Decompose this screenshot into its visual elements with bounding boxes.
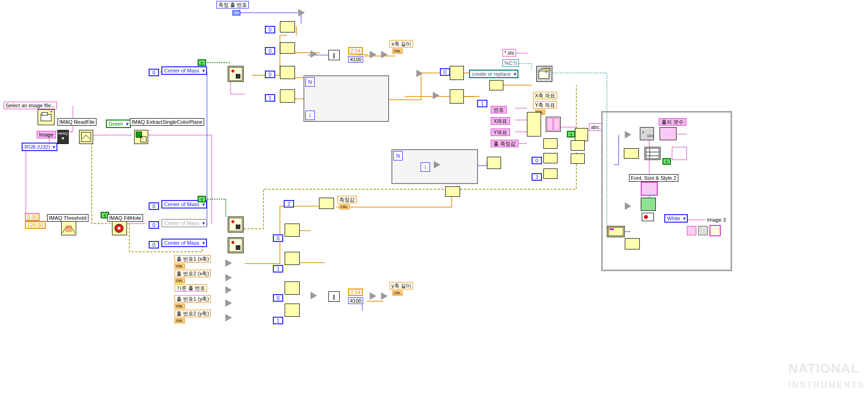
create-replace-dropdown[interactable]: create or replace (469, 71, 518, 77)
dec-hole2x-icon (225, 274, 232, 281)
svg-text:0: 0 (545, 70, 547, 73)
index-array-c (280, 66, 295, 79)
cluster-idx-mid1[interactable]: 0 (149, 202, 159, 210)
index-array-f2 (285, 252, 300, 265)
imaq-threshold-label: IMAQ Threshold (47, 214, 88, 222)
file-dialog-icon (38, 109, 55, 125)
svg-point-8 (118, 227, 120, 230)
imaq-readfile-label: IMAQ ReadFile (57, 118, 96, 126)
image3-indicator-icon (709, 225, 721, 236)
cluster-idx-bot[interactable]: 0 (149, 241, 159, 249)
hole-no1-x[interactable]: 홀 번호1 (x축)DBL (175, 256, 211, 269)
index-array-a (280, 21, 295, 32)
threshold-hi[interactable]: 128.00 (25, 222, 46, 228)
close-file-icon (625, 238, 640, 249)
property-node-icon (641, 198, 656, 211)
subtract-y-icon (311, 292, 317, 299)
scale-a-y: 2.54 (348, 289, 363, 295)
dec-hole1y-icon (225, 299, 232, 307)
imaq-readfile-icon (79, 130, 93, 144)
dec-hole1x-icon (225, 259, 232, 267)
true-const-frame: T (662, 158, 671, 165)
svg-rect-14 (236, 225, 240, 229)
true-const-mid: T (198, 196, 206, 202)
x-coord-indicator: X축 좌표 (533, 92, 557, 99)
imaq-extract-label: IMAQ ExtractSingleColorPlane (130, 118, 204, 126)
hole-no1-y[interactable]: 홀 번호1 (y축)DBL (175, 296, 211, 309)
green-plane-dropdown[interactable]: Green (106, 121, 131, 127)
hole-count-label: 홀의 갯수 (659, 119, 686, 126)
svg-rect-1 (42, 112, 48, 115)
svg-rect-17 (236, 245, 240, 250)
for-loop-mid-i: i (421, 162, 430, 172)
subtract-right-icon (416, 70, 423, 77)
threshold-low[interactable]: 0.00 (25, 214, 40, 220)
build-array-num (487, 157, 501, 169)
particle-analysis-mid-icon (228, 217, 244, 233)
index-array-d (280, 89, 295, 103)
svg-rect-21 (554, 118, 559, 130)
abc-out1-icon (687, 226, 696, 235)
font-style-label: Font, Size & Style 2 (629, 174, 678, 182)
center-of-mass-gray[interactable]: Center of Mass (161, 220, 207, 226)
build-array-final1 (571, 140, 585, 151)
abs-y-icon: ‖ (328, 291, 340, 302)
hole-no2-x[interactable]: 홀 번호2 (x축)DBL (175, 270, 211, 283)
scale-a-x: 2.54 (348, 48, 363, 54)
build-array-headers (527, 112, 541, 136)
svg-rect-23 (609, 228, 614, 230)
write-file-icon (607, 226, 625, 237)
idx-two-e: 2 (284, 200, 294, 208)
c-drive-const: %C:\\ (502, 60, 519, 66)
rgb-u32-dropdown[interactable]: RGB (U32) (22, 144, 57, 150)
idx-zero-b: 0 (265, 47, 275, 55)
method-node-icon (642, 213, 654, 221)
svg-rect-20 (547, 118, 553, 130)
idx-zero-c: 0 (265, 71, 275, 78)
x-length-indicator: x축 길이 DBL (390, 40, 413, 54)
xlabel-const: X좌표 (491, 118, 510, 125)
center-of-mass-bot[interactable]: Center of Mass (161, 240, 207, 246)
idx-zero-rr0: 0 (532, 157, 542, 164)
mult-x-icon (381, 51, 388, 58)
divide-x-icon (370, 51, 376, 58)
particle-analysis-bot-icon (228, 237, 244, 253)
i32-tag-top: I32 (232, 9, 240, 16)
increment-mid-icon (434, 161, 440, 168)
subtract-x-icon (311, 50, 317, 58)
table-out-icon (672, 147, 687, 160)
scale-b-x: 4100 (348, 56, 363, 62)
font-style-icon[interactable] (641, 182, 658, 196)
index-array-f1 (285, 224, 300, 237)
for-loop-inner-i: i (305, 111, 315, 120)
true-const-top: T (198, 59, 206, 66)
scale-b-y: 4100 (348, 298, 363, 304)
build-array-final2 (571, 153, 585, 164)
build-array-r (489, 80, 503, 90)
dec-base-icon (225, 286, 232, 294)
base-hole[interactable]: 기준 홀 번호 (175, 285, 207, 292)
build-array-frame (624, 148, 639, 159)
imaq-fillhole-label: IMAQ FillHole (107, 214, 143, 222)
for-loop-mid: N i (391, 149, 478, 184)
idx-one-i: 1 (273, 317, 283, 324)
white-dropdown[interactable]: White (664, 216, 688, 221)
idx-one-d: 1 (265, 94, 275, 102)
center-of-mass-top[interactable]: Center of Mass (161, 68, 207, 73)
cluster-idx-top[interactable]: 0 (149, 69, 159, 76)
hole-no2-y[interactable]: 홀 번호2 (y축)DBL (175, 310, 211, 323)
idx-zero-h: 0 (273, 294, 283, 302)
insert-array-rr3 (543, 168, 557, 179)
svg-rect-18 (539, 71, 549, 79)
divide-y-icon (370, 292, 376, 300)
idx-three-rr: 3 (532, 173, 542, 181)
meas-val-indicator: 측정값 DBL (337, 196, 357, 209)
true-const-r: T (567, 131, 575, 137)
svg-text:n: n (642, 130, 644, 134)
svg-rect-6 (65, 225, 72, 232)
cluster-idx-gray[interactable]: 0 (149, 221, 159, 229)
image-const: Image (37, 132, 56, 137)
select-image-file-const: Select an image file... (4, 103, 57, 108)
imaq-extract-icon (134, 130, 148, 144)
array-table-icon (645, 147, 661, 160)
